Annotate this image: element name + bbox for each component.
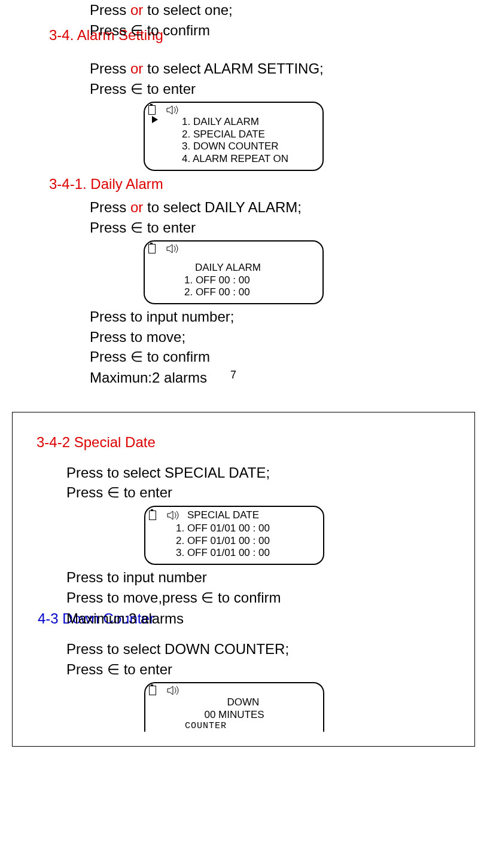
lcd-item: 1. DAILY ALARM (182, 116, 288, 128)
speaker-icon (167, 686, 180, 695)
text-line: Press to move; (90, 327, 463, 347)
or-text: or (130, 2, 143, 18)
enter-symbol: ∈ (130, 23, 143, 38)
sec342-line1: Press to select SPECIAL DATE; (66, 463, 462, 483)
sec43-line2: Press ∈ to enter (66, 659, 462, 680)
enter-symbol: ∈ (201, 590, 214, 606)
lcd-item: 3. OFF 01/01 00 : 00 (176, 547, 319, 559)
sec342-line2: Press ∈ to enter (66, 482, 462, 503)
text: Maximun:2 alarms (90, 369, 207, 386)
lcd-item: 4. ALARM REPEAT ON (182, 153, 288, 165)
heading-3-4-1: 3-4-1. Daily Alarm (49, 176, 463, 192)
intro-block: Press or to select one; (90, 0, 463, 20)
text: to confirm (147, 349, 210, 365)
lcd-item: 3. DOWN COUNTER (182, 140, 288, 152)
battery-icon (148, 105, 156, 115)
lcd-line: 00 MINUTES (149, 709, 319, 721)
enter-symbol: ∈ (130, 81, 143, 97)
text: Press (90, 2, 130, 18)
text: to enter (147, 219, 196, 236)
text: to select ALARM SETTING; (147, 60, 324, 77)
sec34-line1: Press or to select ALARM SETTING; (90, 59, 463, 79)
text: to confirm (218, 589, 281, 606)
text: to enter (124, 661, 172, 677)
text: Press (90, 349, 130, 365)
battery-icon (149, 686, 156, 695)
text-line: Press to input number (66, 567, 462, 588)
enter-symbol: ∈ (107, 485, 120, 500)
lcd-item: 1. OFF 01/01 00 : 00 (176, 522, 319, 534)
sec341-line1: Press or to select DAILY ALARM; (90, 197, 463, 218)
lcd-special-date: SPECIAL DATE 1. OFF 01/01 00 : 00 2. OFF… (144, 506, 324, 566)
lcd-down-counter: DOWN 00 MINUTES COUNTER (144, 682, 324, 732)
lcd-item: 2. OFF 01/01 00 : 00 (176, 535, 319, 547)
or-text: or (130, 60, 143, 77)
enter-symbol: ∈ (130, 349, 143, 365)
speaker-icon (166, 244, 179, 253)
text: Press (90, 60, 130, 77)
sec43-line1: Press to select DOWN COUNTER; (66, 639, 462, 659)
text: Press (90, 81, 130, 97)
lcd-title: SPECIAL DATE (187, 509, 259, 521)
text: to confirm (147, 22, 210, 38)
page-number: 7 (230, 368, 236, 383)
sec341-line2: Press ∈ to enter (90, 218, 463, 239)
text-line: Maximun:2 alarms 7 (90, 368, 463, 388)
enter-symbol: ∈ (130, 220, 143, 236)
cursor-icon (152, 116, 158, 123)
lcd-line: COUNTER (149, 721, 319, 732)
speaker-icon (166, 105, 179, 115)
text-line: Press to move,press ∈ to confirm (66, 588, 462, 609)
text: to enter (124, 484, 172, 500)
speaker-icon (167, 511, 180, 520)
text-line: Press to input number; (90, 307, 463, 327)
text: Press (90, 22, 130, 38)
lcd-item: 1. OFF 00 : 00 (184, 274, 319, 286)
lcd-alarm-setting: 1. DAILY ALARM 2. SPECIAL DATE 3. DOWN C… (144, 102, 324, 171)
text: to select one; (147, 2, 233, 18)
lcd-line: DOWN (149, 696, 319, 708)
lcd-item: 2. SPECIAL DATE (182, 129, 288, 140)
sec34-line2: Press ∈ to enter (90, 79, 463, 100)
text: Press (90, 199, 130, 215)
overlap-block: Maximun:3 alarms 4-3 Down Counter (66, 609, 462, 629)
text: to select DAILY ALARM; (147, 199, 302, 215)
heading-3-4-2: 3-4-2 Special Date (36, 434, 462, 451)
battery-icon (149, 511, 156, 520)
battery-icon (148, 244, 156, 253)
enter-symbol: ∈ (107, 662, 120, 677)
lcd-item: 2. OFF 00 : 00 (184, 286, 319, 298)
lcd-daily-alarm: DAILY ALARM 1. OFF 00 : 00 2. OFF 00 : 0… (144, 240, 324, 304)
text-line: Press ∈ to confirm (90, 347, 463, 368)
or-text: or (130, 199, 143, 215)
text: Press (90, 219, 130, 236)
lcd-title: DAILY ALARM (184, 262, 319, 274)
page-box: 3-4-2 Special Date Press to select SPECI… (12, 412, 475, 747)
text: to enter (147, 81, 196, 97)
text: Press to move,press (66, 589, 201, 606)
intro-line2: Press ∈ to confirm 3-4. Alarm Setting (90, 20, 463, 41)
text: Press (66, 661, 107, 677)
text: Maximun:3 alarms (66, 609, 462, 629)
text: Press (66, 484, 107, 500)
